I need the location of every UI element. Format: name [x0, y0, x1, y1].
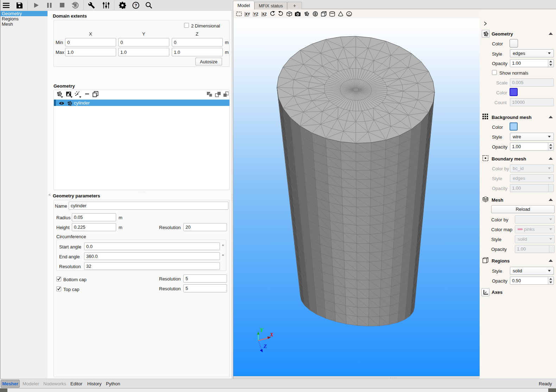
svg-text:YZ: YZ: [254, 12, 259, 16]
svg-text:XY: XY: [245, 12, 250, 16]
svg-text:XZ: XZ: [262, 12, 267, 16]
svg-text:Z: Z: [263, 343, 267, 349]
svg-text:X: X: [270, 332, 274, 337]
svg-text:?: ?: [134, 3, 137, 7]
